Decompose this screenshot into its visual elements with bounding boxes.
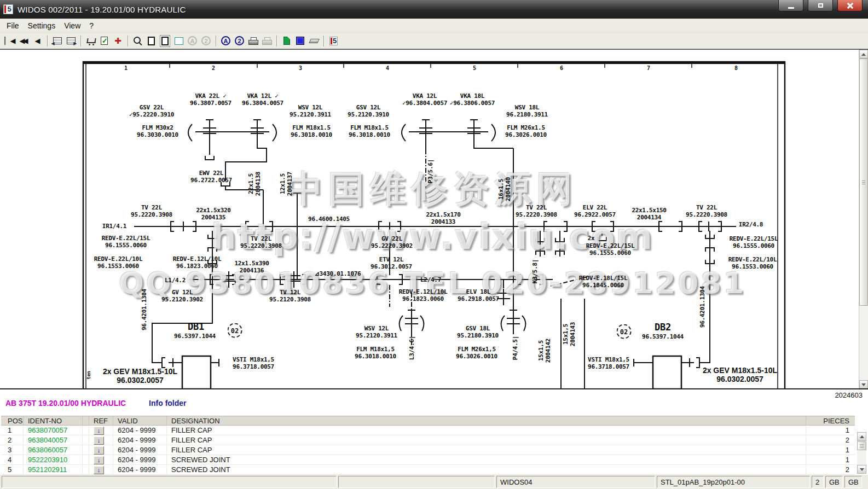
ruler-number: 7 [647,65,650,71]
schematic-label: 12x1.5x390 2004136 [234,260,269,274]
table-row[interactable]: 29638040057↓6204 - 9999FILLER CAP2 [1,435,855,445]
info-folder-link[interactable]: Info folder [149,399,186,408]
schematic-label: ⊿3430.01.1076 [315,270,361,277]
maximize-button[interactable] [808,0,833,11]
menu-item-view[interactable]: View [63,20,87,32]
column-header-REF: REF [89,416,113,426]
status-bar: WIDOS04STL_01pAB_19p20p01-002GBGB [0,475,868,489]
notes-document-button[interactable] [280,34,293,48]
revision-bubble: 02 [228,323,242,338]
spacer-cell [82,435,89,445]
ruler-number: 6 [560,65,563,71]
eraser-button[interactable] [307,34,321,48]
menu-item-file[interactable]: File [5,20,26,32]
ruler-number: 2 [212,65,215,71]
scroll-track[interactable] [859,59,868,380]
ref-jump-button[interactable]: ↓ [94,436,104,445]
ref-jump-button[interactable]: ↓ [94,466,104,474]
table-scrollbar[interactable] [857,432,866,474]
schematic-label: WSV 12L 95.2120.3911 [290,104,331,118]
menu-item-help[interactable]: ? [88,20,100,32]
schematic-label: 15x1,5 2004143 [562,322,576,346]
nav-prev-button[interactable]: ◀ [31,34,44,48]
ref-cell: ↓ [89,455,113,465]
add-red-cross-button[interactable]: ✚ [111,34,125,48]
pos-cell: 3 [1,445,23,455]
scroll-up-button[interactable] [859,50,868,59]
table-row[interactable]: 59521202911↓6204 - 9999SCREWED JOINT2 [1,465,855,475]
schematic-label: GV 12L 95.2120.3902 [161,289,203,303]
zoom-all-disabled-button[interactable]: A [186,34,199,48]
zoom-button[interactable] [131,34,144,48]
ref-jump-button[interactable]: ↓ [94,446,104,455]
schematic-label: ten [85,371,92,379]
close-button[interactable] [837,0,863,11]
table-scroll-up-button[interactable] [857,432,866,441]
schematic-label: 96.4201.1304 [141,289,148,330]
doc-next-button[interactable] [64,34,78,48]
designation-cell: FILLER CAP [166,445,806,455]
checklist-icon [101,37,108,45]
widos-logo-button[interactable]: 5 [327,34,340,48]
table-header: POSIDENT-NOREFVALIDDESIGNATIONPIECES [1,416,855,426]
schematic-label: 22x1.5 2004138 [247,172,262,196]
minimize-icon [788,7,794,9]
designation-cell: SCREWED JOINT [166,465,806,475]
cart-button[interactable] [84,34,97,48]
schematic-label: 96.4201.1304 [699,286,706,328]
spacer-cell [82,445,89,455]
schematic-label: TV 12L 95.2120.3908 [269,289,311,303]
print-button[interactable] [246,34,260,48]
toolbar-separator [80,36,81,46]
page-framed-view-button[interactable] [158,34,172,48]
table-row[interactable]: 49522203910↓6204 - 9999SCREWED JOINT1 [1,455,855,465]
zoom-2x-icon: 2 [235,36,244,45]
designation-cell: FILLER CAP [166,426,806,435]
status-panel [338,476,495,488]
schematic-label: GSV 12L 95.2120.3910 [348,104,389,118]
menu-item-settings[interactable]: Settings [27,20,62,32]
column-header-DESIGNATION: DESIGNATION [166,416,806,426]
print-disabled-button[interactable] [260,34,274,48]
schematic-label: K3/5.8| [531,259,539,283]
zoom-all-button[interactable]: A [219,34,233,48]
schematic-label: 2x GEV M18x1.5-10L 96.0302.0057 [103,367,177,385]
schematic-label: GV 22L 95.2220.3902 [371,235,413,249]
nav-first-button[interactable]: ▏◀ [3,34,17,48]
schematic-label: IR2/4.8 [739,221,763,228]
section-label: 19.20.01/00 HYDRAULIC [38,399,126,408]
schematic-label: 96.5397.1044 [174,333,216,340]
table-scroll-track[interactable] [857,441,866,465]
blue-panel-icon [296,37,304,45]
page-framed-view-icon [161,37,169,45]
zoom-2x-disabled-button[interactable]: 2 [199,34,213,48]
diagram-vertical-scrollbar[interactable] [859,50,868,389]
checklist-button[interactable] [97,34,111,48]
blue-panel-button[interactable] [293,34,307,48]
schematic-label: P3/5.6| [427,159,434,183]
diagram-viewport: 中国维修资源网http://www.vixiu.comQQ 938010836 … [0,50,859,389]
schematic-label: VSTI M18x1,5 96.3718.0057 [233,356,274,370]
table-scroll-thumb[interactable] [857,441,866,450]
schematic-label: REDV-E.12L/10L 96.1823.0060 [399,288,448,302]
blank-view-button[interactable] [172,34,186,48]
page-view-button[interactable] [144,34,158,48]
schematic-label: ELV 22L 96.2922.0057 [574,204,616,218]
table-scroll-down-button[interactable] [857,465,866,474]
ref-jump-button[interactable]: ↓ [94,456,104,464]
schematic-label: GSV 18L 95.2180.3910 [457,325,499,339]
pieces-cell: 1 [806,445,855,455]
print-icon [248,37,258,45]
ruler-number: 4 [386,65,389,71]
ref-jump-button[interactable]: ↓ [94,427,104,435]
schematic-label: 16x1.5 2004140 [497,177,512,201]
nav-prev-double-button[interactable]: ◀◀ [17,34,31,48]
zoom-2x-button[interactable]: 2 [233,34,246,48]
minimize-button[interactable] [778,0,803,11]
table-row[interactable]: 19638070057↓6204 - 9999FILLER CAP1 [1,426,855,435]
scroll-thumb[interactable] [859,59,868,306]
doc-prev-button[interactable] [50,34,64,48]
schematic-label: L3/4.6| [408,336,415,360]
table-row[interactable]: 39638060057↓6204 - 9999FILLER CAP1 [1,445,855,455]
scroll-down-button[interactable] [859,380,868,389]
